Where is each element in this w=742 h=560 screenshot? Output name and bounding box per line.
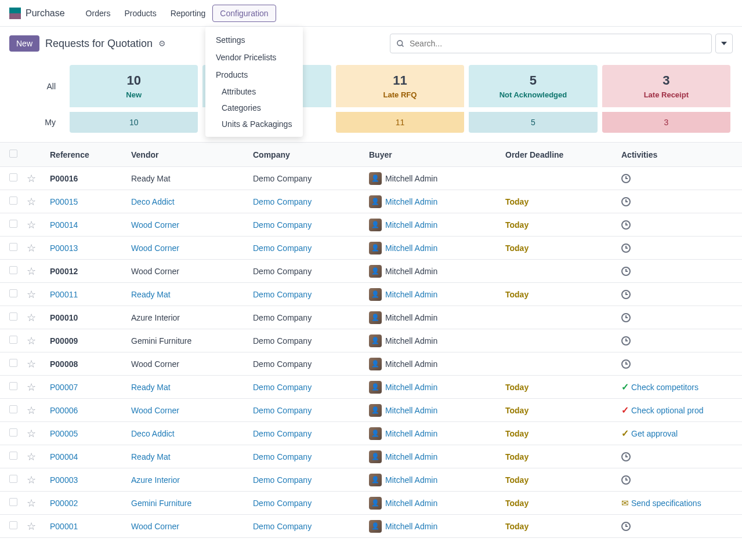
search-box[interactable] — [390, 34, 712, 53]
reference-link[interactable]: P00012 — [50, 267, 78, 276]
col-activities[interactable]: Activities — [621, 150, 733, 159]
select-all-checkbox[interactable] — [9, 150, 17, 158]
reference-link[interactable]: P00014 — [50, 220, 78, 230]
star-icon[interactable]: ☆ — [27, 358, 36, 370]
gear-icon[interactable]: ⚙ — [158, 39, 166, 48]
company-link[interactable]: Demo Company — [253, 290, 312, 299]
clock-icon[interactable] — [621, 336, 631, 346]
check-icon[interactable]: ✓ — [621, 381, 629, 392]
vendor-link[interactable]: Azure Interior — [131, 313, 180, 322]
reference-link[interactable]: P00009 — [50, 336, 78, 346]
stat-card-late-receipt[interactable]: 3Late Receipt — [602, 65, 730, 107]
reference-link[interactable]: P00008 — [50, 359, 78, 369]
vendor-link[interactable]: Ready Mat — [131, 174, 171, 183]
stat-card-new[interactable]: 10New — [70, 65, 198, 107]
row-checkbox[interactable] — [9, 359, 17, 367]
table-row[interactable]: ☆P00007Ready MatDemo Company👤Mitchell Ad… — [0, 376, 742, 399]
star-icon[interactable]: ☆ — [27, 521, 36, 532]
company-link[interactable]: Demo Company — [253, 243, 312, 253]
row-checkbox[interactable] — [9, 521, 17, 529]
row-checkbox[interactable] — [9, 289, 17, 297]
clock-icon[interactable] — [621, 313, 631, 322]
table-row[interactable]: ☆P00005Deco AddictDemo Company👤Mitchell … — [0, 422, 742, 445]
buyer-link[interactable]: Mitchell Admin — [385, 406, 437, 415]
row-checkbox[interactable] — [9, 475, 17, 483]
row-checkbox[interactable] — [9, 428, 17, 437]
stat-my-not-ack[interactable]: 5 — [469, 112, 597, 133]
clock-icon[interactable] — [621, 452, 631, 461]
vendor-link[interactable]: Ready Mat — [131, 383, 171, 392]
buyer-link[interactable]: Mitchell Admin — [385, 313, 437, 322]
reference-link[interactable]: P00015 — [50, 197, 78, 206]
vendor-link[interactable]: Wood Corner — [131, 406, 179, 415]
buyer-link[interactable]: Mitchell Admin — [385, 220, 437, 230]
table-row[interactable]: ☆P00013Wood CornerDemo Company👤Mitchell … — [0, 237, 742, 260]
activity-text[interactable]: Check optional prod — [631, 406, 704, 415]
table-row[interactable]: ☆P00001Wood CornerDemo Company👤Mitchell … — [0, 515, 742, 538]
company-link[interactable]: Demo Company — [253, 383, 312, 392]
stat-my-late-receipt[interactable]: 3 — [602, 112, 730, 133]
row-checkbox[interactable] — [9, 405, 17, 413]
star-icon[interactable]: ☆ — [27, 196, 36, 208]
vendor-link[interactable]: Ready Mat — [131, 290, 171, 299]
company-link[interactable]: Demo Company — [253, 267, 312, 276]
col-reference[interactable]: Reference — [50, 150, 131, 159]
star-icon[interactable]: ☆ — [27, 266, 36, 277]
col-company[interactable]: Company — [253, 150, 369, 159]
vendor-link[interactable]: Wood Corner — [131, 220, 179, 230]
activity-text[interactable]: Check competitors — [631, 383, 698, 392]
dropdown-vendor-pricelists[interactable]: Vendor Pricelists — [205, 49, 303, 66]
reference-link[interactable]: P00007 — [50, 383, 78, 392]
search-dropdown-caret[interactable] — [715, 34, 733, 53]
buyer-link[interactable]: Mitchell Admin — [385, 174, 437, 183]
buyer-link[interactable]: Mitchell Admin — [385, 475, 437, 485]
star-icon[interactable]: ☆ — [27, 219, 36, 231]
star-icon[interactable]: ☆ — [27, 405, 36, 416]
company-link[interactable]: Demo Company — [253, 406, 312, 415]
vendor-link[interactable]: Wood Corner — [131, 267, 179, 276]
nav-products[interactable]: Products — [117, 5, 163, 21]
stat-card-late-rfq[interactable]: 11Late RFQ — [336, 65, 464, 107]
row-checkbox[interactable] — [9, 243, 17, 251]
vendor-link[interactable]: Azure Interior — [131, 475, 180, 485]
reference-link[interactable]: P00013 — [50, 243, 78, 253]
table-row[interactable]: ☆P00009Gemini FurnitureDemo Company👤Mitc… — [0, 329, 742, 352]
buyer-link[interactable]: Mitchell Admin — [385, 243, 437, 253]
company-link[interactable]: Demo Company — [253, 452, 312, 461]
dropdown-settings[interactable]: Settings — [205, 31, 303, 49]
row-checkbox[interactable] — [9, 498, 17, 506]
star-icon[interactable]: ☆ — [27, 474, 36, 486]
star-icon[interactable]: ☆ — [27, 381, 36, 393]
company-link[interactable]: Demo Company — [253, 475, 312, 485]
nav-orders[interactable]: Orders — [79, 5, 118, 21]
reference-link[interactable]: P00001 — [50, 522, 78, 531]
clock-icon[interactable] — [621, 267, 631, 276]
vendor-link[interactable]: Deco Addict — [131, 197, 175, 206]
table-row[interactable]: ☆P00002Gemini FurnitureDemo Company👤Mitc… — [0, 492, 742, 515]
col-vendor[interactable]: Vendor — [131, 150, 253, 159]
company-link[interactable]: Demo Company — [253, 359, 312, 369]
vendor-link[interactable]: Ready Mat — [131, 452, 171, 461]
stat-my-new[interactable]: 10 — [70, 112, 198, 133]
star-icon[interactable]: ☆ — [27, 289, 36, 300]
reference-link[interactable]: P00016 — [50, 174, 78, 183]
clock-icon[interactable] — [621, 174, 631, 183]
row-checkbox[interactable] — [9, 173, 17, 181]
table-row[interactable]: ☆P00006Wood CornerDemo Company👤Mitchell … — [0, 399, 742, 422]
star-icon[interactable]: ☆ — [27, 173, 36, 184]
buyer-link[interactable]: Mitchell Admin — [385, 383, 437, 392]
app-title[interactable]: Purchase — [26, 8, 65, 19]
buyer-link[interactable]: Mitchell Admin — [385, 359, 437, 369]
buyer-link[interactable]: Mitchell Admin — [385, 197, 437, 206]
buyer-link[interactable]: Mitchell Admin — [385, 429, 437, 438]
vendor-link[interactable]: Gemini Furniture — [131, 336, 191, 346]
company-link[interactable]: Demo Company — [253, 174, 312, 183]
clock-icon[interactable] — [621, 243, 631, 253]
company-link[interactable]: Demo Company — [253, 429, 312, 438]
clock-icon[interactable] — [621, 197, 631, 206]
row-checkbox[interactable] — [9, 266, 17, 274]
row-checkbox[interactable] — [9, 312, 17, 321]
reference-link[interactable]: P00006 — [50, 406, 78, 415]
row-checkbox[interactable] — [9, 382, 17, 390]
nav-configuration[interactable]: Configuration — [212, 5, 276, 22]
